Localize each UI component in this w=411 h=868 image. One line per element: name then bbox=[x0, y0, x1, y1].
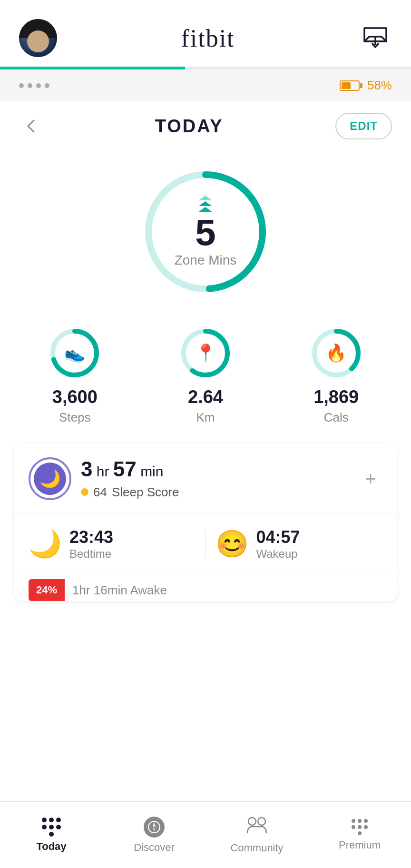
bedtime-info: 23:43 Bedtime bbox=[69, 527, 113, 561]
battery-icon bbox=[340, 80, 362, 91]
sun-face-icon: 😊 bbox=[215, 528, 249, 560]
today-icon bbox=[42, 818, 61, 837]
sleep-score-value: 64 bbox=[93, 485, 107, 500]
nav-community[interactable]: Community bbox=[206, 816, 308, 854]
dot-1 bbox=[19, 83, 24, 88]
dot-3 bbox=[36, 83, 41, 88]
back-button[interactable] bbox=[19, 114, 43, 138]
sleep-minutes: 57 bbox=[113, 457, 137, 481]
distance-stat[interactable]: 📍 2.64 Km bbox=[140, 327, 271, 425]
sleep-score: 64 Sleep Score bbox=[81, 485, 359, 500]
zone-minutes-label: Zone Mins bbox=[175, 253, 237, 268]
steps-stat[interactable]: 👟 3,600 Steps bbox=[10, 327, 140, 425]
awake-time: 1hr 16min bbox=[72, 583, 127, 597]
calories-value: 1,869 bbox=[313, 387, 359, 407]
device-bar: 58% bbox=[0, 69, 411, 101]
zone-minutes-value: 5 bbox=[195, 214, 215, 251]
premium-label: Premium bbox=[339, 839, 381, 851]
sleep-header: 🌙 3 hr 57 min 64 Sleep Score + bbox=[14, 444, 397, 514]
awake-row: 24% 1hr 16min Awake bbox=[14, 574, 397, 601]
community-label: Community bbox=[230, 842, 283, 854]
calories-icon: 🔥 bbox=[325, 343, 347, 363]
date-nav-bar: TODAY EDIT bbox=[0, 101, 411, 151]
sleep-hours: 3 bbox=[81, 457, 92, 481]
svg-marker-10 bbox=[153, 827, 156, 832]
battery-percent: 58% bbox=[367, 78, 392, 93]
calories-circle: 🔥 bbox=[310, 327, 362, 379]
bedtime-value: 23:43 bbox=[69, 527, 113, 547]
distance-circle: 📍 bbox=[179, 327, 232, 379]
avatar[interactable] bbox=[19, 19, 57, 57]
inbox-button[interactable] bbox=[359, 21, 392, 55]
inbox-icon bbox=[362, 23, 389, 53]
steps-label: Steps bbox=[59, 410, 91, 425]
awake-text: Awake bbox=[130, 583, 167, 597]
wakeup-item: 😊 04:57 Wakeup bbox=[215, 527, 383, 561]
calories-stat[interactable]: 🔥 1,869 Cals bbox=[271, 327, 401, 425]
premium-icon bbox=[352, 819, 368, 835]
wakeup-label: Wakeup bbox=[256, 547, 300, 561]
svg-point-12 bbox=[258, 818, 265, 825]
sleep-time-info: 3 hr 57 min 64 Sleep Score bbox=[81, 458, 359, 499]
page-title: TODAY bbox=[155, 116, 224, 137]
app-title: fitbit bbox=[181, 24, 235, 52]
header: fitbit bbox=[0, 0, 411, 67]
svg-point-11 bbox=[248, 818, 256, 825]
nav-today[interactable]: Today bbox=[0, 818, 103, 853]
sleep-hr-label: hr bbox=[92, 464, 113, 479]
steps-icon: 👟 bbox=[64, 343, 86, 363]
discover-label: Discover bbox=[134, 841, 175, 854]
nav-premium[interactable]: Premium bbox=[308, 819, 411, 851]
battery-info: 58% bbox=[340, 78, 392, 93]
wakeup-value: 04:57 bbox=[256, 527, 300, 547]
awake-duration: 1hr 16min Awake bbox=[72, 583, 167, 598]
sleep-moon-icon: 🌙 bbox=[29, 457, 71, 500]
more-options-button[interactable] bbox=[19, 83, 49, 88]
sleep-divider bbox=[206, 530, 206, 558]
sleep-score-label: Sleep Score bbox=[112, 485, 179, 500]
sleep-min-label: min bbox=[137, 464, 164, 479]
bedtime-item: 🌙 23:43 Bedtime bbox=[29, 527, 196, 561]
steps-value: 3,600 bbox=[52, 387, 98, 407]
sleep-card[interactable]: 🌙 3 hr 57 min 64 Sleep Score + 🌙 23:43 B… bbox=[14, 444, 397, 601]
distance-icon: 📍 bbox=[195, 343, 216, 363]
zone-minutes-circle: 5 Zone Mins bbox=[139, 165, 272, 298]
sleep-details: 🌙 23:43 Bedtime 😊 04:57 Wakeup bbox=[14, 514, 397, 574]
bedtime-label: Bedtime bbox=[69, 547, 113, 561]
wakeup-info: 04:57 Wakeup bbox=[256, 527, 300, 561]
score-dot bbox=[81, 488, 88, 496]
discover-icon bbox=[144, 817, 165, 838]
stats-row: 👟 3,600 Steps 📍 2.64 Km 🔥 1,869 Cals bbox=[0, 317, 411, 444]
bottom-nav: Today Discover Community bbox=[0, 801, 411, 868]
zone-minutes-section[interactable]: 5 Zone Mins bbox=[0, 151, 411, 317]
today-label: Today bbox=[36, 840, 66, 853]
add-sleep-button[interactable]: + bbox=[359, 467, 382, 491]
nav-discover[interactable]: Discover bbox=[103, 817, 206, 854]
svg-marker-9 bbox=[153, 822, 156, 827]
sleep-duration: 3 hr 57 min bbox=[81, 458, 359, 481]
dot-2 bbox=[28, 83, 32, 88]
community-icon bbox=[246, 816, 267, 838]
calories-label: Cals bbox=[324, 410, 349, 425]
dot-4 bbox=[45, 83, 49, 88]
distance-value: 2.64 bbox=[188, 387, 223, 407]
moon-face-icon: 🌙 bbox=[29, 528, 62, 560]
distance-label: Km bbox=[196, 410, 215, 425]
zone-minutes-content: 5 Zone Mins bbox=[175, 196, 237, 268]
awake-percent: 24% bbox=[29, 579, 65, 601]
steps-circle: 👟 bbox=[49, 327, 101, 379]
edit-button[interactable]: EDIT bbox=[335, 113, 392, 139]
zone-activity-icon bbox=[199, 196, 212, 212]
